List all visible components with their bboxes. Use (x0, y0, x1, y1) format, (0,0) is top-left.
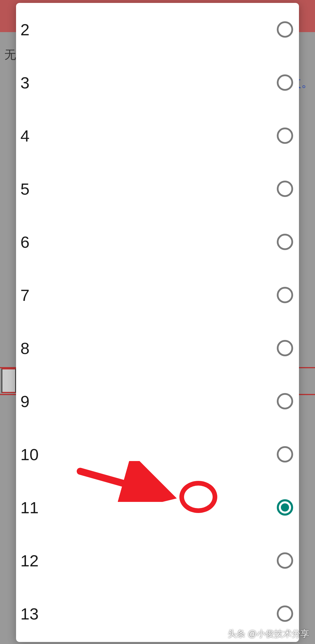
bg-input-box (1, 368, 16, 393)
bg-left-text: 无 (4, 47, 16, 63)
option-row-12[interactable]: 12 (16, 534, 299, 587)
option-label: 9 (20, 392, 29, 411)
option-label: 7 (20, 286, 29, 305)
radio-unselected-icon[interactable] (277, 340, 293, 356)
option-label: 2 (20, 20, 29, 39)
radio-unselected-icon[interactable] (277, 287, 293, 303)
radio-unselected-icon[interactable] (277, 605, 293, 622)
option-row-4[interactable]: 4 (16, 109, 299, 162)
option-row-2[interactable]: 2 (16, 3, 299, 56)
watermark-text: 头条 @小俊技术分享 (228, 628, 309, 640)
radio-selected-icon[interactable] (277, 499, 293, 516)
selection-dialog: 2345678910111213 (16, 3, 299, 642)
radio-unselected-icon[interactable] (277, 393, 293, 409)
option-label: 8 (20, 339, 29, 358)
option-row-9[interactable]: 9 (16, 375, 299, 428)
option-label: 3 (20, 73, 29, 92)
option-row-8[interactable]: 8 (16, 322, 299, 375)
option-label: 10 (20, 445, 38, 464)
option-row-3[interactable]: 3 (16, 56, 299, 109)
radio-unselected-icon[interactable] (277, 128, 293, 144)
option-label: 5 (20, 179, 29, 198)
radio-unselected-icon[interactable] (277, 21, 293, 38)
option-row-11[interactable]: 11 (16, 481, 299, 534)
option-label: 6 (20, 233, 29, 252)
radio-unselected-icon[interactable] (277, 446, 293, 463)
radio-unselected-icon[interactable] (277, 234, 293, 250)
radio-unselected-icon[interactable] (277, 181, 293, 197)
radio-unselected-icon[interactable] (277, 74, 293, 91)
option-row-6[interactable]: 6 (16, 215, 299, 268)
option-label: 11 (20, 498, 38, 517)
radio-unselected-icon[interactable] (277, 552, 293, 569)
radio-dot-icon (281, 503, 289, 512)
option-label: 4 (20, 126, 29, 145)
option-row-10[interactable]: 10 (16, 428, 299, 481)
option-row-7[interactable]: 7 (16, 268, 299, 322)
option-label: 12 (20, 551, 38, 570)
option-label: 13 (20, 604, 38, 623)
option-row-5[interactable]: 5 (16, 162, 299, 215)
